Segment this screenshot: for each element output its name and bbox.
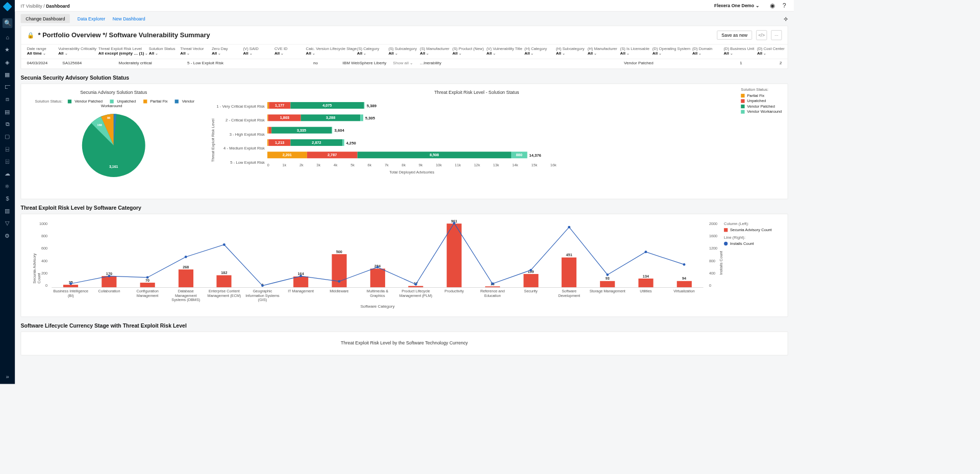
filter-icon[interactable]: ▽: [4, 220, 11, 227]
page-title: * Portfolio Overview */ Software Vulnera…: [38, 32, 210, 39]
server-icon[interactable]: ⧈: [4, 96, 11, 103]
filter-vulnerability-criticality[interactable]: Vulnerability CriticalityAll: [58, 46, 92, 56]
svg-text:3,161: 3,161: [109, 165, 118, 169]
search-icon[interactable]: 🔍: [3, 18, 12, 28]
breadcrumb: IT Visibility / Dashboard: [21, 3, 70, 8]
user-icon[interactable]: ◉: [769, 2, 776, 10]
filter-cve-id[interactable]: CVE IDAll: [274, 46, 299, 56]
report-icon[interactable]: ▥: [4, 208, 11, 214]
topbar: IT Visibility / Dashboard Flexera One De…: [15, 0, 794, 12]
stacked-bar-chart-box: Threat Exploit Risk Level Threat Exploit…: [209, 87, 782, 193]
help-icon[interactable]: ?: [781, 2, 788, 10]
combo-legend: Column (Left): Secunia Advisory Count Li…: [720, 217, 782, 304]
gear-icon[interactable]: ⚙: [4, 232, 11, 239]
pie-chart-box: Secunia Advisory Solution Status Solutio…: [27, 87, 200, 193]
filter-threat-vector[interactable]: Threat VectorAll: [180, 46, 205, 56]
filter-solution-status[interactable]: Solution StatusAll: [149, 46, 174, 56]
tenant-selector[interactable]: Flexera One Demo ⌄: [714, 3, 759, 9]
pie-chart: 3,161 168 88: [64, 110, 163, 193]
sample-data-row: 04/03/2024 SA125684 Moderately critical …: [21, 59, 788, 68]
combo-chart-box: Secunia Advisory Count Installs Count 10…: [27, 217, 720, 304]
pie-legend: Solution Status: Vendor Patched Unpatche…: [27, 99, 200, 108]
expand-nav-icon[interactable]: »: [6, 373, 9, 380]
new-dashboard-link[interactable]: New Dashboard: [113, 16, 145, 21]
filter--h-manufacturer[interactable]: (H) ManufacturerAll: [588, 46, 614, 56]
layers-icon[interactable]: ⧉: [4, 121, 11, 128]
chart-icon[interactable]: ⫍: [4, 84, 11, 90]
home-icon[interactable]: ⌂: [4, 34, 11, 40]
filter-calc-version-lifecycle-stage[interactable]: Calc. Version Lifecycle StageAll: [306, 46, 350, 56]
section-title-category: Threat Exploit Risk Level by Software Ca…: [21, 201, 788, 214]
more-button[interactable]: ···: [771, 30, 782, 40]
filter--s-is-licensable[interactable]: (S) Is LicensableAll: [620, 46, 646, 56]
filter-date-range[interactable]: Date rangeAll time: [27, 46, 52, 56]
code-button[interactable]: </>: [756, 30, 767, 40]
filter--d-operating-system[interactable]: (D) Operating SystemAll: [652, 46, 686, 56]
svg-text:88: 88: [107, 116, 110, 119]
share-icon[interactable]: ⟡: [784, 15, 788, 22]
flexera-logo[interactable]: [3, 2, 12, 11]
filter-threat-exploit-risk-level[interactable]: Threat Exploit Risk LevelAll except (emp…: [98, 46, 142, 56]
display-icon[interactable]: ⌻: [4, 158, 11, 164]
lock-icon: 🔒: [27, 32, 34, 38]
data-explorer-link[interactable]: Data Explorer: [78, 16, 105, 21]
cloud-icon[interactable]: ☁: [4, 170, 11, 177]
cube-icon[interactable]: ◈: [4, 59, 11, 65]
filter--v-vulnerability-title[interactable]: (V) Vulnerability TitleAll: [487, 46, 518, 56]
star-icon[interactable]: ★: [4, 46, 11, 53]
filter-zero-day[interactable]: Zero DayAll: [212, 46, 237, 56]
monitor-icon[interactable]: ⌸: [4, 145, 11, 152]
toolbar: Change Dashboard Data Explorer New Dashb…: [15, 12, 794, 26]
filter--d-domain[interactable]: (D) DomainAll: [692, 46, 717, 56]
stacked-bar-legend: Solution Status: Partial Fix Unpatched V…: [737, 87, 782, 193]
atom-icon[interactable]: ⚛: [4, 183, 11, 189]
left-nav: 🔍 ⌂ ★ ◈ ▦ ⫍ ⧈ ▤ ⧉ ▢ ⌸ ⌻ ☁ ⚛ $ ▥ ▽ ⚙ »: [0, 0, 15, 384]
filter--s-category[interactable]: (S) CategoryAll: [357, 46, 382, 56]
filter--h-category[interactable]: (H) CategoryAll: [524, 46, 549, 56]
grid-icon[interactable]: ▦: [4, 71, 11, 78]
filter--v-said[interactable]: (V) SAIDAll: [243, 46, 268, 56]
filter--s-subcategory[interactable]: (S) SubcategoryAll: [388, 46, 413, 56]
section-title-advisory-status: Secunia Security Advisory Solution Statu…: [21, 71, 788, 84]
save-as-new-button[interactable]: Save as new: [717, 31, 752, 40]
filter--s-product-new-[interactable]: (S) Product (New)All: [453, 46, 480, 56]
change-dashboard-button[interactable]: Change Dashboard: [21, 14, 70, 23]
svg-text:168: 168: [97, 123, 102, 127]
section-title-lifecycle: Software Lifecycle Currency Stage with T…: [21, 319, 788, 332]
page-icon[interactable]: ▢: [4, 133, 11, 140]
filter--h-subcategory[interactable]: (H) SubcategoryAll: [556, 46, 581, 56]
filter--d-business-unit[interactable]: (D) Business UnitAll: [724, 46, 750, 56]
combo-chart: 3517070268182016450028417961131994519313…: [52, 221, 703, 288]
dollar-icon[interactable]: $: [4, 195, 11, 202]
filter--s-manufacturer[interactable]: (S) ManufacturerAll: [420, 46, 446, 56]
filter-bar: Date rangeAll timeVulnerability Critical…: [21, 44, 788, 59]
doc-icon[interactable]: ▤: [4, 108, 11, 115]
filter--d-cost-center[interactable]: (D) Cost CenterAll: [757, 46, 782, 56]
